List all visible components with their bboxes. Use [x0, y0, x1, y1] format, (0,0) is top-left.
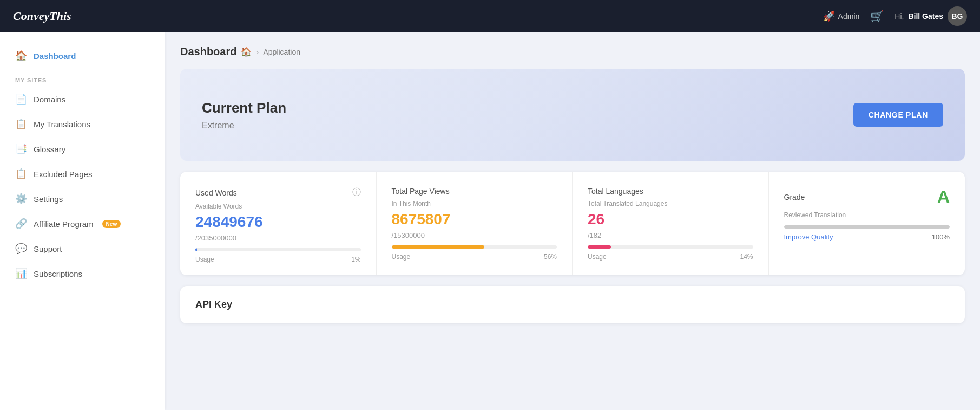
usage-label: Usage	[195, 256, 214, 263]
plan-card: Current Plan Extreme CHANGE PLAN	[180, 69, 965, 161]
main-content: Dashboard 🏠 › Application Current Plan E…	[165, 32, 980, 410]
stat-usage-row: Usage 1%	[195, 256, 361, 263]
improve-row: Improve Quality 100%	[784, 233, 950, 241]
stat-label: Grade	[784, 193, 805, 201]
avatar: BG	[948, 6, 967, 26]
user-menu[interactable]: Hi, Bill Gates BG	[895, 6, 967, 26]
grade-sub: Reviewed Translation	[784, 211, 950, 219]
stat-value-row: 8675807	[392, 211, 557, 228]
sidebar-item-label: Glossary	[34, 145, 65, 154]
stat-usage-row: Usage 14%	[588, 253, 753, 261]
stat-denom: /182	[588, 231, 601, 239]
sidebar-item-label: Dashboard	[34, 51, 76, 61]
sidebar-item-excluded-pages[interactable]: 📋 Excluded Pages	[0, 161, 165, 186]
improve-pct: 100%	[932, 233, 950, 241]
subscriptions-icon: 📊	[15, 268, 27, 279]
stat-usage-row: Usage 56%	[392, 253, 557, 261]
user-name: Bill Gates	[908, 12, 943, 21]
translations-icon: 📋	[15, 118, 27, 130]
stat-label: Total Page Views	[392, 187, 450, 196]
stat-sublabel: In This Month	[392, 200, 557, 207]
logo: ConveyThis	[13, 9, 71, 23]
breadcrumb-separator: ›	[256, 47, 259, 56]
breadcrumb: Dashboard 🏠 › Application	[180, 45, 965, 58]
sidebar-item-label: Domains	[34, 95, 65, 104]
sidebar-item-settings[interactable]: ⚙️ Settings	[0, 186, 165, 211]
stat-value: 8675807	[392, 211, 451, 228]
stat-progress-bar	[195, 248, 361, 251]
sidebar-item-label: Affiliate Program	[34, 219, 94, 229]
stat-progress-fill	[392, 245, 484, 249]
stat-progress-bar	[588, 245, 753, 249]
topnav-right: 🚀 Admin 🛒 Hi, Bill Gates BG	[823, 6, 967, 26]
sidebar-item-label: My Translations	[34, 120, 90, 129]
stat-label: Total Languages	[588, 187, 643, 196]
breadcrumb-sub: Application	[263, 48, 300, 56]
stat-denom: /2035000000	[195, 234, 236, 242]
stats-row: Used Words ⓘ Available Words 24849676 /2…	[180, 172, 965, 275]
info-icon[interactable]: ⓘ	[352, 187, 361, 198]
cart-icon[interactable]: 🛒	[870, 10, 884, 23]
stat-value: 26	[588, 211, 604, 228]
sidebar-section-my-sites: MY SITES	[0, 68, 165, 87]
sidebar-item-support[interactable]: 💬 Support	[0, 236, 165, 261]
usage-label: Usage	[588, 253, 607, 261]
sidebar-item-dashboard[interactable]: 🏠 Dashboard	[0, 43, 165, 68]
stat-progress-bar	[392, 245, 557, 249]
stat-progress-bar	[784, 225, 950, 229]
hi-text: Hi,	[895, 12, 904, 21]
sidebar-item-label: Settings	[34, 194, 63, 204]
new-badge: New	[102, 220, 121, 228]
sidebar-item-glossary[interactable]: 📑 Glossary	[0, 136, 165, 161]
stat-header: Grade A	[784, 187, 950, 207]
plan-card-title: Current Plan	[202, 100, 286, 116]
home-icon: 🏠	[15, 50, 27, 62]
sidebar-item-label: Subscriptions	[34, 269, 82, 278]
sidebar-item-label: Excluded Pages	[34, 170, 92, 179]
usage-pct: 1%	[351, 256, 360, 263]
usage-pct: 56%	[544, 253, 557, 261]
usage-pct: 14%	[740, 253, 753, 261]
topnav: ConveyThis 🚀 Admin 🛒 Hi, Bill Gates BG	[0, 0, 980, 32]
affiliate-icon: 🔗	[15, 218, 27, 230]
sidebar-item-affiliate-program[interactable]: 🔗 Affiliate Program New	[0, 211, 165, 236]
excluded-pages-icon: 📋	[15, 168, 27, 180]
stat-value: 24849676	[195, 213, 263, 231]
rocket-icon: 🚀	[823, 10, 835, 22]
improve-quality-link[interactable]: Improve Quality	[784, 233, 833, 241]
plan-card-subtitle: Extreme	[202, 121, 286, 131]
stat-sublabel: Available Words	[195, 203, 361, 210]
stat-value-row: 26	[588, 211, 753, 228]
stat-sublabel: Total Translated Languages	[588, 200, 753, 207]
glossary-icon: 📑	[15, 143, 27, 155]
plan-card-left: Current Plan Extreme	[202, 100, 286, 131]
stat-progress-fill	[588, 245, 611, 249]
domains-icon: 📄	[15, 93, 27, 105]
settings-icon: ⚙️	[15, 193, 27, 205]
breadcrumb-home-icon[interactable]: 🏠	[241, 47, 252, 57]
sidebar-item-my-translations[interactable]: 📋 My Translations	[0, 112, 165, 136]
page-title: Dashboard	[180, 45, 236, 58]
api-section-title: API Key	[195, 299, 950, 310]
stat-header: Total Page Views	[392, 187, 557, 196]
stat-progress-fill	[784, 225, 950, 229]
stat-card-total-page-views: Total Page Views In This Month 8675807 /…	[377, 172, 573, 275]
layout: 🏠 Dashboard MY SITES 📄 Domains 📋 My Tran…	[0, 32, 980, 410]
admin-label: Admin	[838, 12, 860, 21]
grade-value: A	[937, 187, 950, 207]
change-plan-button[interactable]: CHANGE PLAN	[853, 103, 943, 127]
sidebar-item-subscriptions[interactable]: 📊 Subscriptions	[0, 261, 165, 286]
stat-value-row: 24849676	[195, 213, 361, 231]
sidebar-item-label: Support	[34, 244, 62, 253]
stat-header: Total Languages	[588, 187, 753, 196]
admin-menu[interactable]: 🚀 Admin	[823, 10, 860, 22]
stat-header: Used Words ⓘ	[195, 187, 361, 198]
sidebar-item-domains[interactable]: 📄 Domains	[0, 87, 165, 112]
stat-card-grade: Grade A Reviewed Translation Improve Qua…	[769, 172, 965, 275]
usage-label: Usage	[392, 253, 411, 261]
support-icon: 💬	[15, 243, 27, 255]
api-section: API Key	[180, 286, 965, 323]
stat-card-used-words: Used Words ⓘ Available Words 24849676 /2…	[180, 172, 377, 275]
stat-card-total-languages: Total Languages Total Translated Languag…	[573, 172, 769, 275]
stat-label: Used Words	[195, 188, 237, 197]
